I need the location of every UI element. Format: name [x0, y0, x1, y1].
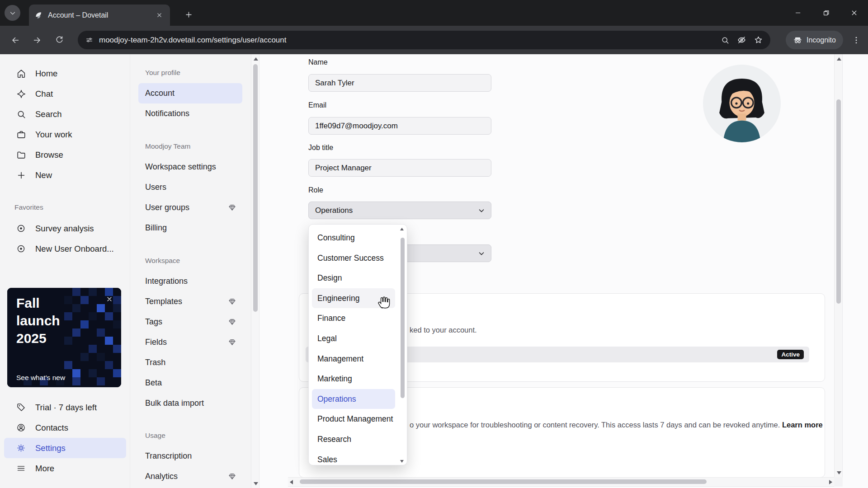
scrollbar-thumb[interactable]	[836, 99, 841, 304]
settings-nav-fields[interactable]: Fields	[138, 332, 242, 352]
promo-title: Fall launch 2025	[16, 294, 60, 347]
horizontal-scrollbar[interactable]	[288, 477, 834, 487]
scroll-up-icon[interactable]	[251, 54, 260, 63]
settings-nav-beta[interactable]: Beta	[138, 373, 242, 393]
sidebar-item-contacts[interactable]: Contacts	[4, 418, 126, 438]
email-input[interactable]	[308, 117, 491, 135]
sidebar-item-home[interactable]: Home	[0, 63, 130, 84]
premium-gem-icon	[228, 338, 236, 346]
job-title-input[interactable]	[308, 159, 491, 177]
settings-nav-integrations[interactable]: Integrations	[138, 271, 242, 291]
dropdown-option-sales[interactable]: Sales	[312, 450, 395, 465]
page-scrollbar[interactable]	[834, 54, 843, 477]
settings-nav-tags[interactable]: Tags	[138, 312, 242, 332]
back-button[interactable]	[5, 30, 25, 50]
promo-footer-link[interactable]: See what's new	[16, 374, 65, 382]
browser-tab[interactable]: Account – Dovetail	[29, 5, 170, 26]
reload-button[interactable]	[50, 30, 69, 50]
settings-nav-analytics[interactable]: Analytics	[138, 466, 242, 487]
sidebar-item-browse[interactable]: Browse	[0, 145, 130, 165]
zoom-icon[interactable]	[721, 36, 730, 45]
sidebar-item-new[interactable]: New	[0, 165, 130, 185]
browser-menu-icon[interactable]	[849, 33, 863, 47]
scrollbar-thumb[interactable]	[300, 479, 707, 484]
learn-more-link[interactable]: Learn more	[782, 421, 823, 429]
scrollbar-thumb[interactable]	[253, 64, 258, 312]
sidebar-item-label: More	[35, 464, 54, 474]
settings-nav-trash[interactable]: Trash	[138, 352, 242, 373]
dropdown-scrollbar[interactable]	[400, 227, 406, 464]
incognito-icon	[793, 35, 802, 45]
url-text[interactable]: moodjoy-team-2h2v.dovetail.com/settings/…	[99, 36, 715, 45]
premium-gem-icon	[228, 473, 236, 480]
scroll-down-icon[interactable]	[251, 479, 260, 488]
sidebar-item-your-work[interactable]: Your work	[0, 124, 130, 145]
sidebar-item-trial[interactable]: Trial · 7 days left	[4, 397, 126, 418]
forward-button[interactable]	[27, 30, 47, 50]
url-bar-icons	[721, 35, 763, 45]
dropdown-option-engineering[interactable]: Engineering	[312, 288, 395, 309]
sidebar-item-settings[interactable]: Settings	[4, 438, 126, 458]
scroll-down-icon[interactable]	[835, 468, 843, 477]
gear-icon	[16, 443, 26, 453]
settings-nav-bulk-data-import[interactable]: Bulk data import	[138, 393, 242, 413]
new-tab-button[interactable]	[180, 6, 197, 23]
window-restore-button[interactable]	[812, 0, 840, 26]
briefcase-icon	[16, 130, 26, 140]
settings-nav-account[interactable]: Account	[138, 83, 242, 103]
sidebar-item-search[interactable]: Search	[0, 104, 130, 124]
settings-nav-notifications[interactable]: Notifications	[138, 103, 242, 124]
sidebar-item-label: Contacts	[35, 423, 68, 433]
incognito-badge: Incognito	[786, 31, 843, 49]
scroll-up-icon[interactable]	[400, 228, 404, 230]
dropdown-option-management[interactable]: Management	[312, 349, 395, 369]
scrollbar-thumb[interactable]	[401, 238, 405, 398]
scroll-up-icon[interactable]	[835, 54, 843, 63]
promo-card[interactable]: Fall launch 2025 See what's new	[7, 288, 121, 387]
sidebar-item-chat[interactable]: Chat	[0, 84, 130, 104]
settings-nav-templates[interactable]: Templates	[138, 291, 242, 312]
dropdown-option-consulting[interactable]: Consulting	[312, 228, 395, 248]
sidebar-item-label: Search	[35, 109, 62, 119]
settings-nav-user-groups[interactable]: User groups	[138, 197, 242, 218]
email-label: Email	[308, 100, 326, 111]
settings-nav-transcription[interactable]: Transcription	[138, 446, 242, 466]
tab-close-icon[interactable]	[154, 10, 165, 21]
dropdown-option-finance[interactable]: Finance	[312, 308, 395, 328]
promo-close-icon[interactable]	[105, 295, 114, 304]
sidebar-item-more[interactable]: More	[4, 458, 126, 479]
window-minimize-button[interactable]	[784, 0, 812, 26]
name-input[interactable]	[308, 74, 491, 92]
dropdown-option-legal[interactable]: Legal	[312, 328, 395, 349]
dropdown-option-product-management[interactable]: Product Management	[312, 409, 395, 429]
scroll-down-icon[interactable]	[400, 460, 404, 463]
dropdown-option-operations[interactable]: Operations	[312, 389, 395, 409]
settings-nav-users[interactable]: Users	[138, 177, 242, 197]
name-label: Name	[308, 57, 328, 68]
settings-nav-scrollbar[interactable]	[251, 54, 259, 488]
connected-accounts-text: ked to your account.	[410, 326, 477, 334]
profile-avatar[interactable]	[703, 65, 781, 142]
tab-search-button[interactable]	[5, 5, 20, 21]
target-icon	[16, 244, 26, 254]
dropdown-option-marketing[interactable]: Marketing	[312, 369, 395, 389]
bookmark-star-icon[interactable]	[754, 35, 763, 45]
plus-icon	[16, 170, 26, 180]
role-select[interactable]: Operations	[308, 202, 491, 219]
sidebar-item-label: Trial · 7 days left	[35, 403, 97, 413]
premium-gem-icon	[228, 298, 236, 305]
dropdown-option-customer-success[interactable]: Customer Success	[312, 248, 395, 268]
dropdown-option-design[interactable]: Design	[312, 268, 395, 288]
favorite-item-survey-analysis[interactable]: Survey analysis	[0, 218, 130, 239]
scroll-left-icon[interactable]	[290, 480, 293, 484]
url-bar[interactable]: moodjoy-team-2h2v.dovetail.com/settings/…	[78, 31, 770, 49]
settings-nav-workspace-settings[interactable]: Workspace settings	[138, 157, 242, 177]
scroll-right-icon[interactable]	[829, 480, 832, 484]
window-close-button[interactable]	[840, 0, 868, 26]
app-sidebar: Home Chat Search Your work Browse New	[0, 54, 130, 488]
favorite-item-new-user-onboarding[interactable]: New User Onboard...	[0, 239, 130, 259]
dropdown-option-research[interactable]: Research	[312, 429, 395, 450]
settings-nav-billing[interactable]: Billing	[138, 218, 242, 238]
eye-off-icon[interactable]	[737, 35, 746, 45]
site-settings-icon[interactable]	[85, 36, 94, 44]
